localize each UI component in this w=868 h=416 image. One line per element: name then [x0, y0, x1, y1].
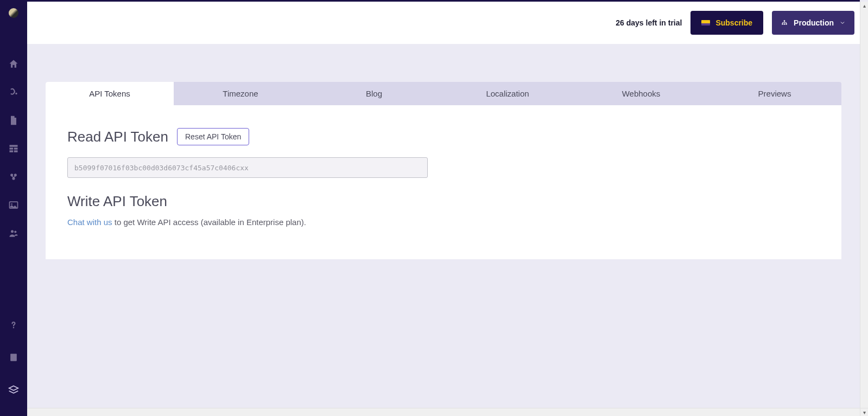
svg-point-7	[14, 231, 16, 233]
tab-localization[interactable]: Localization	[441, 82, 574, 105]
help-icon[interactable]	[8, 319, 19, 330]
scroll-up-arrow[interactable]: ▴	[860, 2, 868, 10]
production-label: Production	[794, 18, 834, 27]
horizontal-scrollbar[interactable]	[27, 408, 860, 416]
write-token-description: Chat with us to get Write API access (av…	[67, 217, 820, 227]
blog-icon[interactable]	[8, 87, 19, 98]
card-icon	[701, 20, 710, 25]
org-icon	[781, 19, 788, 27]
vertical-scrollbar[interactable]: ▴	[860, 2, 868, 408]
tab-api-tokens[interactable]: API Tokens	[46, 82, 174, 105]
svg-point-1	[10, 174, 13, 176]
svg-point-3	[12, 177, 15, 180]
sidebar-top-group	[8, 59, 19, 239]
content-area: API Tokens Timezone Blog Localization We…	[27, 44, 860, 259]
table-icon[interactable]	[8, 143, 19, 154]
write-token-suffix: to get Write API access (available in En…	[112, 217, 306, 227]
page-icon[interactable]	[8, 115, 19, 126]
team-icon[interactable]	[8, 228, 19, 239]
svg-point-8	[13, 327, 15, 329]
tab-previews[interactable]: Previews	[708, 82, 841, 105]
subscribe-button[interactable]: Subscribe	[690, 11, 763, 35]
svg-point-2	[14, 174, 17, 176]
svg-point-0	[15, 93, 17, 94]
book-icon[interactable]	[8, 352, 19, 363]
scrollbar-corner: ▾	[860, 408, 868, 416]
svg-point-5	[11, 203, 12, 205]
svg-rect-9	[10, 354, 17, 361]
settings-panel: Read API Token Reset API Token Write API…	[46, 105, 841, 259]
image-icon[interactable]	[8, 200, 19, 210]
svg-rect-12	[784, 23, 785, 24]
reset-api-token-button[interactable]: Reset API Token	[177, 128, 249, 145]
read-token-header: Read API Token Reset API Token	[67, 128, 820, 145]
write-token-title: Write API Token	[67, 193, 820, 210]
subscribe-label: Subscribe	[715, 18, 752, 27]
main: 26 days left in trial Subscribe Producti…	[27, 2, 860, 408]
avatar[interactable]	[9, 8, 18, 18]
home-icon[interactable]	[8, 59, 19, 69]
sidebar-bottom-group	[8, 319, 19, 395]
tabs: API Tokens Timezone Blog Localization We…	[46, 82, 841, 105]
sidebar	[0, 2, 27, 416]
svg-point-6	[11, 230, 14, 233]
layers-group-icon[interactable]	[8, 171, 19, 182]
tab-blog[interactable]: Blog	[307, 82, 441, 105]
scroll-down-arrow[interactable]: ▾	[860, 408, 868, 416]
read-api-token-input[interactable]	[67, 157, 428, 178]
chevron-down-icon	[839, 20, 846, 26]
production-button[interactable]: Production	[772, 11, 854, 35]
svg-rect-11	[782, 23, 783, 24]
header: 26 days left in trial Subscribe Producti…	[27, 2, 860, 44]
read-token-title: Read API Token	[67, 129, 168, 145]
svg-rect-13	[785, 23, 787, 24]
tab-timezone[interactable]: Timezone	[174, 82, 307, 105]
stack-icon[interactable]	[8, 385, 19, 395]
trial-text: 26 days left in trial	[616, 18, 682, 27]
tab-webhooks[interactable]: Webhooks	[574, 82, 708, 105]
svg-rect-10	[784, 20, 785, 21]
chat-with-us-link[interactable]: Chat with us	[67, 217, 112, 227]
